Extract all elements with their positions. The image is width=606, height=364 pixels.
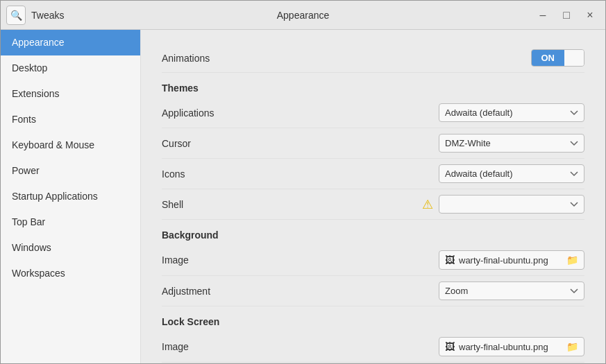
- icons-label: Icons: [162, 168, 439, 180]
- background-image-row: Image 🖼 warty-final-ubuntu.png 📁: [162, 245, 584, 276]
- sidebar-item-keyboard-mouse[interactable]: Keyboard & Mouse: [1, 132, 140, 158]
- warning-icon: ⚠: [422, 197, 433, 212]
- background-adjustment-control: Zoom Centered Scaled Spanned Stretched W…: [439, 281, 584, 300]
- window: 🔍 Tweaks Appearance – □ × Appearance Des…: [0, 0, 606, 364]
- maximize-button[interactable]: □: [557, 6, 576, 25]
- lockscreen-image-button[interactable]: 🖼 warty-final-ubuntu.png 📁: [439, 337, 584, 356]
- animations-toggle[interactable]: ON: [531, 49, 585, 67]
- window-title: Appearance: [277, 10, 330, 21]
- lockscreen-image-row: Image 🖼 warty-final-ubuntu.png 📁: [162, 331, 584, 363]
- applications-row: Applications Adwaita (default) Adwaita H…: [162, 98, 584, 128]
- shell-control: ⚠: [422, 195, 584, 214]
- shell-row: Shell ⚠: [162, 189, 584, 220]
- applications-label: Applications: [162, 107, 439, 119]
- titlebar: 🔍 Tweaks Appearance – □ ×: [1, 1, 605, 30]
- background-adjustment-label: Adjustment: [162, 286, 439, 297]
- animations-toggle-control: ON: [531, 49, 585, 67]
- toggle-off-label[interactable]: [564, 50, 584, 66]
- applications-select[interactable]: Adwaita (default) Adwaita HighContrast: [439, 103, 584, 122]
- app-name: Tweaks: [31, 10, 64, 21]
- main-panel: Animations ON Themes Applications Adwait…: [141, 30, 605, 363]
- themes-header: Themes: [162, 73, 584, 98]
- shell-label: Shell: [162, 199, 422, 210]
- lockscreen-image-value: warty-final-ubuntu.png: [459, 342, 548, 352]
- background-image-icon: 🖼: [445, 254, 455, 266]
- background-folder-icon: 📁: [566, 254, 578, 266]
- animations-row: Animations ON: [162, 44, 584, 73]
- toggle-on-label[interactable]: ON: [532, 50, 565, 66]
- content: Appearance Desktop Extensions Fonts Keyb…: [1, 30, 605, 363]
- background-adjustment-select[interactable]: Zoom Centered Scaled Spanned Stretched W…: [439, 281, 584, 300]
- sidebar-item-appearance[interactable]: Appearance: [1, 30, 140, 55]
- icons-row: Icons Adwaita (default) Adwaita HighCont…: [162, 159, 584, 189]
- lockscreen-adjustment-row: Adjustment Zoom Centered Scaled Spanned …: [162, 363, 584, 363]
- lockscreen-image-control: 🖼 warty-final-ubuntu.png 📁: [439, 337, 584, 356]
- sidebar-item-workspaces[interactable]: Workspaces: [1, 261, 140, 286]
- background-header: Background: [162, 220, 584, 245]
- icons-select[interactable]: Adwaita (default) Adwaita HighContrast: [439, 164, 584, 183]
- background-image-control: 🖼 warty-final-ubuntu.png 📁: [439, 250, 584, 270]
- search-button[interactable]: 🔍: [6, 6, 26, 25]
- applications-control: Adwaita (default) Adwaita HighContrast: [439, 103, 584, 122]
- sidebar-item-extensions[interactable]: Extensions: [1, 81, 140, 107]
- background-adjustment-row: Adjustment Zoom Centered Scaled Spanned …: [162, 276, 584, 306]
- close-button[interactable]: ×: [580, 6, 600, 25]
- sidebar-item-top-bar[interactable]: Top Bar: [1, 209, 140, 235]
- cursor-row: Cursor DMZ-White DMZ-Black Adwaita: [162, 128, 584, 159]
- lockscreen-header: Lock Screen: [162, 306, 584, 331]
- shell-select[interactable]: [439, 195, 584, 214]
- icons-control: Adwaita (default) Adwaita HighContrast: [439, 164, 584, 183]
- cursor-label: Cursor: [162, 138, 439, 149]
- background-image-label: Image: [162, 254, 439, 266]
- lockscreen-image-icon: 🖼: [445, 341, 455, 352]
- sidebar-item-power[interactable]: Power: [1, 158, 140, 184]
- sidebar-item-startup-applications[interactable]: Startup Applications: [1, 184, 140, 209]
- minimize-button[interactable]: –: [533, 6, 553, 25]
- sidebar: Appearance Desktop Extensions Fonts Keyb…: [1, 30, 141, 363]
- window-controls: – □ ×: [533, 6, 600, 25]
- search-icon: 🔍: [10, 10, 22, 21]
- sidebar-item-windows[interactable]: Windows: [1, 235, 140, 261]
- background-image-button[interactable]: 🖼 warty-final-ubuntu.png 📁: [439, 250, 584, 270]
- background-image-value: warty-final-ubuntu.png: [459, 255, 548, 266]
- cursor-control: DMZ-White DMZ-Black Adwaita: [439, 134, 584, 153]
- sidebar-item-desktop[interactable]: Desktop: [1, 55, 140, 81]
- cursor-select[interactable]: DMZ-White DMZ-Black Adwaita: [439, 134, 584, 153]
- lockscreen-folder-icon: 📁: [566, 341, 578, 352]
- lockscreen-image-label: Image: [162, 341, 439, 352]
- sidebar-item-fonts[interactable]: Fonts: [1, 107, 140, 132]
- animations-label: Animations: [162, 53, 531, 64]
